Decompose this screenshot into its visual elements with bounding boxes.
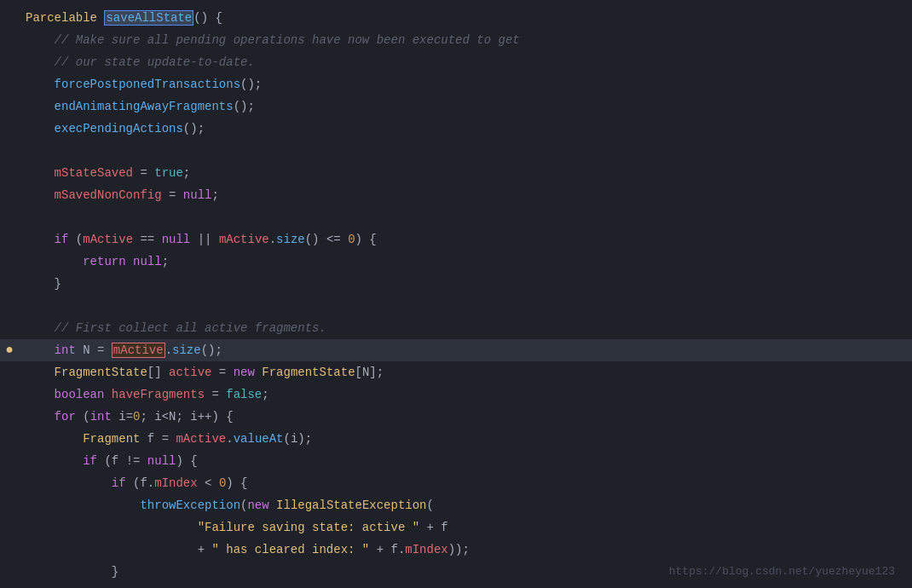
code-content: // Make sure all pending operations have… <box>17 29 905 51</box>
code-content: throwException(new IllegalStateException… <box>17 494 905 516</box>
code-line: throwException(new IllegalStateException… <box>0 494 912 516</box>
code-line: for (int i=0; i<N; i++) { <box>0 406 912 428</box>
code-line: // our state update-to-date. <box>0 51 912 73</box>
code-line: Fragment f = mActive.valueAt(i); <box>0 428 912 450</box>
code-content: boolean haveFragments = false; <box>17 383 905 406</box>
code-content: FragmentState[] active = new FragmentSta… <box>17 361 905 383</box>
code-line <box>0 206 912 228</box>
code-line: mStateSaved = true; <box>0 162 912 184</box>
code-line: mSavedNonConfig = null; <box>0 184 912 206</box>
code-content <box>17 140 905 162</box>
code-line: Parcelable saveAllState() { <box>0 7 912 29</box>
code-line: FragmentState[] active = new FragmentSta… <box>0 361 912 383</box>
code-line: execPendingActions(); <box>0 118 912 140</box>
code-line: if (mActive == null || mActive.size() <=… <box>0 228 912 251</box>
code-content: // our state update-to-date. <box>17 51 905 73</box>
code-content: + " has cleared index: " + f.mIndex)); <box>17 539 905 561</box>
code-content: execPendingActions(); <box>17 118 905 140</box>
code-content: Parcelable saveAllState() { <box>17 7 905 29</box>
code-content: mStateSaved = true; <box>17 162 905 184</box>
code-content: } <box>17 273 905 295</box>
code-line <box>0 583 912 588</box>
code-line: boolean haveFragments = false; <box>0 383 912 406</box>
code-content: if (f != null) { <box>17 450 905 472</box>
code-line: + " has cleared index: " + f.mIndex)); <box>0 539 912 561</box>
code-content: "Failure saving state: active " + f <box>17 516 905 539</box>
code-line: return null; <box>0 251 912 273</box>
code-content: mSavedNonConfig = null; <box>17 184 905 206</box>
code-line: ● int N = mActive.size(); <box>0 339 912 361</box>
code-content: endAnimatingAwayFragments(); <box>17 95 905 118</box>
code-line: forcePostponedTransactions(); <box>0 73 912 95</box>
code-line: "Failure saving state: active " + f <box>0 516 912 539</box>
code-line: if (f.mIndex < 0) { <box>0 472 912 494</box>
code-line: // Make sure all pending operations have… <box>0 29 912 51</box>
gutter: ● <box>0 339 17 361</box>
code-content <box>17 206 905 228</box>
code-line: // First collect all active fragments. <box>0 317 912 339</box>
code-content: int N = mActive.size(); <box>17 339 905 361</box>
code-line: endAnimatingAwayFragments(); <box>0 95 912 118</box>
code-content: if (f.mIndex < 0) { <box>17 472 905 494</box>
code-content: Fragment f = mActive.valueAt(i); <box>17 428 905 450</box>
code-content: // First collect all active fragments. <box>17 317 905 339</box>
code-content <box>17 583 905 588</box>
code-content: if (mActive == null || mActive.size() <=… <box>17 228 905 251</box>
code-content: forcePostponedTransactions(); <box>17 73 905 95</box>
code-line: if (f != null) { <box>0 450 912 472</box>
watermark: https://blog.csdn.net/yuezheyue123 <box>669 565 895 578</box>
code-content: return null; <box>17 251 905 273</box>
code-content: for (int i=0; i<N; i++) { <box>17 406 905 428</box>
code-editor: Parcelable saveAllState() { // Make sure… <box>0 0 912 588</box>
code-content <box>17 295 905 317</box>
code-line: } <box>0 273 912 295</box>
code-line <box>0 140 912 162</box>
code-line <box>0 295 912 317</box>
